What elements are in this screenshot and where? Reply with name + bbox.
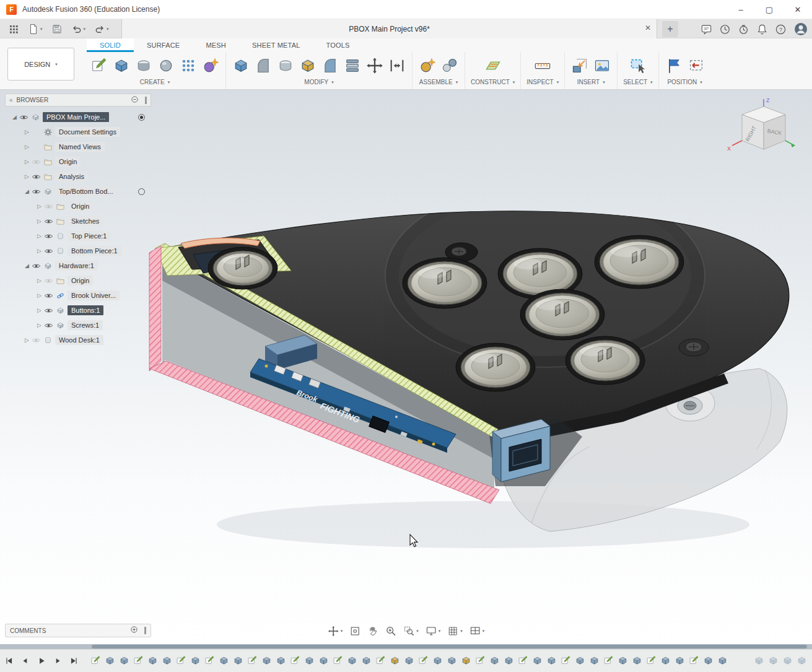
design-menu[interactable]: DESIGN ▾ — [7, 48, 74, 81]
browser-item-named-views[interactable]: ▷Named Views — [5, 139, 151, 154]
tab-tools[interactable]: TOOLS — [313, 38, 363, 52]
expand-arrow-icon[interactable]: ▷ — [35, 292, 44, 299]
browser-item-label[interactable]: Document Settings — [55, 127, 120, 137]
capture-position-button[interactable] — [665, 56, 683, 75]
timeline-suppressed-feature-4[interactable] — [797, 655, 807, 666]
expand-arrow-icon[interactable]: ▷ — [35, 277, 44, 284]
button-dome[interactable] — [595, 235, 684, 289]
expand-arrow-icon[interactable]: ▷ — [35, 248, 44, 254]
align-button[interactable] — [388, 56, 406, 75]
visibility-off-icon[interactable] — [44, 276, 56, 286]
timeline-feature-17[interactable] — [318, 655, 329, 666]
visibility-icon[interactable] — [44, 247, 56, 256]
browser-item-sketches[interactable]: ▷Sketches — [5, 214, 151, 229]
zoom-window-button[interactable]: ▾ — [403, 626, 419, 637]
go-to-end-button[interactable] — [67, 654, 81, 668]
account-avatar[interactable] — [793, 22, 808, 37]
create-sphere-button[interactable] — [157, 56, 175, 75]
create-pattern-button[interactable] — [179, 56, 198, 75]
visibility-off-icon[interactable] — [32, 336, 43, 345]
expand-arrow-icon[interactable]: ▷ — [22, 129, 32, 135]
timeline-sketch-28[interactable] — [475, 655, 486, 666]
timeline-feature-10[interactable] — [219, 655, 229, 666]
minimize-button[interactable]: – — [727, 0, 755, 19]
canvas-button[interactable] — [593, 56, 611, 75]
application-grid-button[interactable] — [4, 19, 24, 39]
offset-face-button[interactable] — [321, 56, 339, 75]
button-dome[interactable] — [456, 343, 535, 391]
timeline-feature-20[interactable] — [361, 655, 372, 666]
button-dome[interactable] — [208, 247, 277, 289]
timeline-feature-16[interactable] — [304, 655, 315, 666]
orbit-button[interactable]: ▾ — [328, 626, 343, 637]
timeline-suppressed-feature-3[interactable] — [782, 655, 793, 666]
maximize-button[interactable]: ▢ — [755, 0, 784, 19]
timeline-feature-13[interactable] — [261, 655, 272, 666]
browser-item-origin[interactable]: ▷Origin — [5, 199, 151, 214]
create-cylinder-button[interactable] — [134, 56, 153, 75]
timeline-feature-19[interactable] — [347, 655, 357, 666]
visibility-icon[interactable] — [44, 217, 56, 226]
go-to-start-button[interactable] — [2, 654, 16, 668]
timeline-sketch-4[interactable] — [133, 655, 144, 666]
ribbon-group-label-assemble[interactable]: ASSEMBLE▾ — [419, 79, 458, 85]
browser-item-top-bottom-bod[interactable]: ◢Top/Bottom Bod... — [5, 184, 151, 199]
timeline-sketch-7[interactable] — [176, 655, 186, 666]
timeline-feature-29[interactable] — [489, 655, 500, 666]
grid-and-snaps-button[interactable]: ▾ — [447, 626, 463, 637]
timeline-sketch-1[interactable] — [90, 655, 101, 666]
timeline-suppressed-feature-2[interactable] — [768, 655, 779, 666]
browser-header[interactable]: « BROWSER — [5, 94, 151, 107]
timeline-sketch-34[interactable] — [561, 655, 571, 666]
notifications-icon[interactable] — [756, 24, 768, 35]
timeline-feature-45[interactable] — [717, 655, 728, 666]
expand-arrow-icon[interactable]: ▷ — [35, 203, 44, 209]
construct-plane-button[interactable] — [484, 56, 502, 75]
timeline-suppressed-feature-1[interactable] — [754, 655, 764, 666]
browser-item-label[interactable]: Named Views — [55, 142, 105, 152]
create-box-button[interactable] — [112, 56, 131, 75]
file-menu-button[interactable]: ▾ — [24, 19, 47, 39]
modeling-canvas[interactable]: Brook FIGHTING — [0, 90, 812, 644]
timeline-feature-30[interactable] — [504, 655, 514, 666]
timeline-feature-39[interactable] — [632, 655, 642, 666]
browser-item-screws-1[interactable]: ▷Screws:1 — [5, 318, 151, 333]
ribbon-group-label-construct[interactable]: CONSTRUCT▾ — [471, 79, 515, 85]
browser-item-label[interactable]: Top Piece:1 — [68, 231, 110, 241]
browser-item-hardware-1[interactable]: ◢Hardware:1 — [5, 258, 151, 273]
timeline-feature-11[interactable] — [233, 655, 243, 666]
measure-button[interactable] — [533, 56, 552, 75]
timeline-feature-5[interactable] — [147, 655, 158, 666]
button-dome[interactable] — [565, 336, 645, 385]
browser-item-label[interactable]: Sketches — [68, 216, 103, 226]
create-sketch-button[interactable] — [90, 56, 108, 75]
browser-item-wood-desk-1[interactable]: ▷Wood Desk:1 — [5, 333, 151, 347]
redo-button[interactable]: ▾ — [90, 19, 113, 39]
play-button[interactable] — [35, 654, 48, 668]
save-button[interactable] — [47, 19, 67, 39]
browser-item-origin[interactable]: ▷Origin — [5, 273, 151, 288]
timeline-feature-35[interactable] — [575, 655, 585, 666]
close-button[interactable]: ✕ — [784, 0, 812, 19]
browser-item-label[interactable]: PBOX Main Proje... — [43, 112, 109, 122]
browser-item-brook-univer[interactable]: ▷Brook Univer... — [5, 288, 151, 303]
tab-sheet-metal[interactable]: SHEET METAL — [239, 38, 313, 52]
document-tab-close-icon[interactable]: ✕ — [645, 24, 651, 32]
combine-button[interactable] — [299, 56, 317, 75]
revert-position-button[interactable] — [687, 56, 705, 75]
browser-item-label[interactable]: Origin — [68, 276, 93, 286]
browser-item-pbox-main-proje[interactable]: ◢PBOX Main Proje... — [5, 110, 151, 124]
tab-surface[interactable]: SURFACE — [134, 38, 193, 52]
joint-button[interactable] — [440, 56, 459, 75]
visibility-icon[interactable] — [32, 187, 43, 196]
timeline-feature-33[interactable] — [546, 655, 557, 666]
timeline-feature-25[interactable] — [432, 655, 443, 666]
timeline-sketch-12[interactable] — [247, 655, 258, 666]
look-at-button[interactable] — [349, 626, 360, 637]
timeline-feature-2[interactable] — [105, 655, 115, 666]
browser-item-label[interactable]: Buttons:1 — [68, 305, 103, 315]
feedback-icon[interactable] — [701, 24, 712, 35]
visibility-icon[interactable] — [44, 291, 56, 300]
timeline-feature-3[interactable] — [119, 655, 129, 666]
timeline-sketch-9[interactable] — [204, 655, 215, 666]
